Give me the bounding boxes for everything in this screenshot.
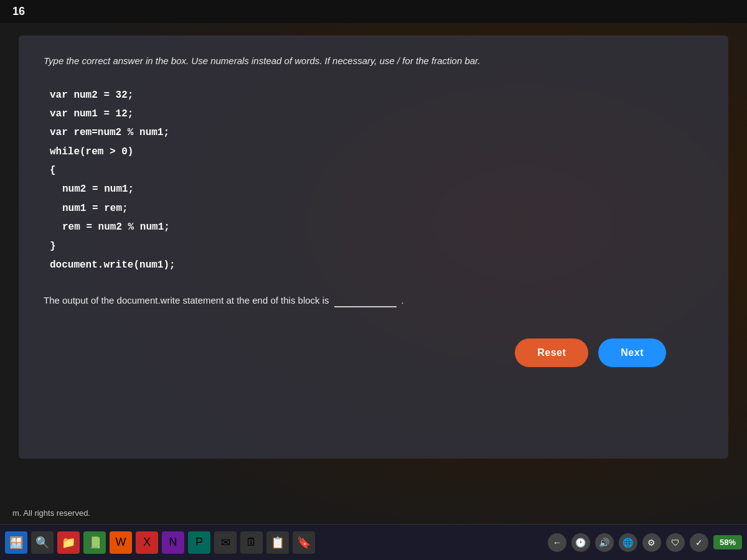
taskbar-app10-icon[interactable]: 🔖 xyxy=(293,531,315,554)
taskbar: 🪟 🔍 📁 📗 W X N P ✉ 🗓 📋 🔖 ← 🕐 🔊 🌐 ⚙ 🛡 ✓ 58… xyxy=(0,524,747,560)
answer-suffix-text: . xyxy=(402,295,404,306)
code-line-9: } xyxy=(50,237,703,256)
answer-input[interactable] xyxy=(334,293,397,307)
taskbar-app8-icon[interactable]: 🗓 xyxy=(240,531,263,554)
taskbar-app9-icon[interactable]: 📋 xyxy=(266,531,289,554)
code-line-6: num2 = num1; xyxy=(50,180,703,198)
taskbar-sys1-icon[interactable]: ← xyxy=(548,533,566,552)
question-number-bar: 16 xyxy=(0,0,747,23)
taskbar-clock-icon[interactable]: 🕐 xyxy=(571,533,590,552)
code-line-5: { xyxy=(50,161,703,180)
code-line-3: var rem=num2 % num1; xyxy=(50,123,703,142)
taskbar-app4-icon[interactable]: X xyxy=(136,531,158,554)
battery-badge: 58% xyxy=(713,535,742,549)
question-card: Type the correct answer in the box. Use … xyxy=(19,35,728,459)
code-line-4: while(rem > 0) xyxy=(50,142,703,161)
code-line-10: document.write(num1); xyxy=(50,256,703,274)
taskbar-right: ← 🕐 🔊 🌐 ⚙ 🛡 ✓ 58% xyxy=(548,533,742,552)
footer: m. All rights reserved. xyxy=(0,505,747,521)
taskbar-app5-icon[interactable]: N xyxy=(162,531,184,554)
taskbar-start-icon[interactable]: 🪟 xyxy=(5,531,27,554)
taskbar-app3-icon[interactable]: W xyxy=(110,531,132,554)
code-line-8: rem = num2 % num1; xyxy=(50,218,703,236)
battery-percent: 58% xyxy=(720,538,736,547)
answer-prefix-text: The output of the document.write stateme… xyxy=(44,295,329,306)
taskbar-network-icon[interactable]: 🌐 xyxy=(619,533,637,552)
answer-section: The output of the document.write stateme… xyxy=(44,293,703,307)
taskbar-settings-icon[interactable]: ⚙ xyxy=(642,533,661,552)
button-row: Reset Next xyxy=(44,338,703,367)
code-line-7: num1 = rem; xyxy=(50,199,703,218)
taskbar-app6-icon[interactable]: P xyxy=(188,531,210,554)
next-button[interactable]: Next xyxy=(598,338,666,367)
taskbar-shield-icon[interactable]: 🛡 xyxy=(666,533,685,552)
taskbar-check-icon[interactable]: ✓ xyxy=(690,533,708,552)
code-line-2: var num1 = 12; xyxy=(50,105,703,123)
taskbar-app7-icon[interactable]: ✉ xyxy=(214,531,237,554)
code-line-1: var num2 = 32; xyxy=(50,86,703,105)
taskbar-app1-icon[interactable]: 📁 xyxy=(57,531,80,554)
reset-button[interactable]: Reset xyxy=(515,338,588,367)
taskbar-sound-icon[interactable]: 🔊 xyxy=(595,533,614,552)
question-number: 16 xyxy=(12,5,25,17)
taskbar-app2-icon[interactable]: 📗 xyxy=(83,531,106,554)
code-block: var num2 = 32; var num1 = 12; var rem=nu… xyxy=(44,86,703,275)
footer-text: m. All rights reserved. xyxy=(12,508,90,518)
taskbar-search-icon[interactable]: 🔍 xyxy=(31,531,54,554)
question-instruction: Type the correct answer in the box. Use … xyxy=(44,54,703,68)
